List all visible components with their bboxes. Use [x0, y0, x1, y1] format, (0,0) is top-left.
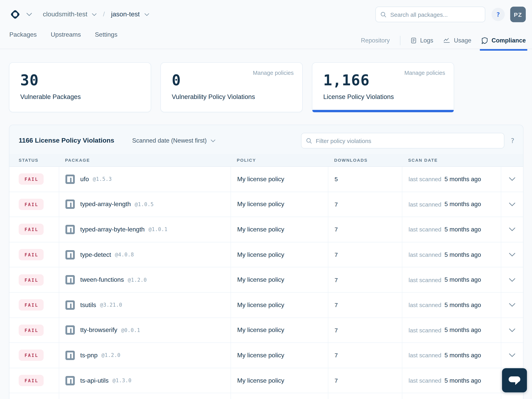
chevron-down-icon[interactable] — [509, 178, 515, 181]
help-button[interactable]: ? — [492, 8, 505, 21]
policy-name: My license policy — [231, 343, 328, 368]
package-name[interactable]: tween-functions — [80, 276, 124, 283]
tab-usage[interactable]: Usage — [443, 33, 471, 47]
tab-compliance[interactable]: Compliance — [481, 33, 526, 47]
package-name[interactable]: tsutils — [80, 302, 96, 309]
chat-widget-button[interactable] — [502, 368, 527, 392]
package-name[interactable]: typed-array-byte-length — [80, 226, 145, 233]
downloads-count: 7 — [328, 217, 402, 242]
org-switcher[interactable] — [9, 9, 32, 20]
downloads-count: 7 — [328, 242, 402, 267]
stat-label: License Policy Violations — [323, 93, 444, 101]
column-header-status: Status — [9, 154, 59, 166]
avatar[interactable]: PZ — [510, 7, 526, 22]
table-row[interactable]: FAIL typed-array-byte-length @1.0.1 My l… — [9, 217, 523, 242]
table-row[interactable]: FAIL tween-functions @1.2.0 My license p… — [9, 268, 523, 293]
search-input[interactable] — [390, 11, 480, 18]
scan-date-prefix: last scanned — [409, 327, 441, 334]
table-row[interactable]: FAIL ufo @1.5.3 My license policy 5 last… — [9, 167, 523, 192]
package-name[interactable]: ufo — [80, 176, 89, 183]
downloads-count: 7 — [328, 192, 402, 217]
scan-date-prefix: last scanned — [409, 352, 441, 359]
status-badge: FAIL — [19, 224, 44, 235]
global-search — [375, 7, 485, 22]
downloads-count: 7 — [328, 318, 402, 342]
scan-date-value: 5 months ago — [444, 377, 481, 384]
chevron-down-icon[interactable] — [509, 253, 515, 256]
status-badge: FAIL — [19, 249, 44, 260]
breadcrumb-org[interactable]: cloudsmith-test — [43, 11, 88, 18]
table-row[interactable]: FAIL type-detect @4.0.8 My license polic… — [9, 242, 523, 268]
tab-logs[interactable]: Logs — [410, 33, 433, 47]
breadcrumb-repo[interactable]: jason-test — [111, 11, 140, 18]
chevron-down-icon[interactable] — [145, 13, 149, 16]
chevron-down-icon[interactable] — [509, 328, 515, 332]
scan-date-prefix: last scanned — [409, 176, 441, 183]
compliance-shield-icon — [481, 37, 488, 44]
package-name[interactable]: ts-pnp — [80, 352, 98, 359]
package-version: @3.21.0 — [100, 302, 122, 308]
logs-icon — [410, 37, 417, 44]
sort-dropdown[interactable]: Scanned date (Newest first) — [132, 137, 215, 144]
search-icon — [380, 12, 386, 17]
package-version: @1.3.0 — [113, 378, 132, 383]
search-icon — [306, 138, 312, 144]
package-name[interactable]: type-detect — [80, 251, 111, 258]
card-license-policy-violations[interactable]: Manage policies 1,166 License Policy Vio… — [312, 62, 454, 112]
policy-name: My license policy — [231, 293, 328, 317]
package-name[interactable]: tty-browserify — [80, 327, 117, 334]
sort-label: Scanned date (Newest first) — [132, 137, 207, 144]
npm-package-icon — [65, 326, 75, 335]
package-name[interactable]: ts-api-utils — [80, 377, 109, 384]
manage-policies-link[interactable]: Manage policies — [404, 70, 445, 76]
scan-date-value: 5 months ago — [444, 251, 481, 258]
manage-policies-link[interactable]: Manage policies — [253, 70, 294, 76]
chevron-down-icon[interactable] — [509, 228, 515, 231]
downloads-count: 7 — [328, 293, 402, 317]
npm-package-icon — [65, 225, 75, 234]
card-vulnerability-policy-violations[interactable]: Manage policies 0 Vulnerability Policy V… — [160, 62, 303, 112]
npm-package-icon — [65, 300, 75, 310]
chevron-down-icon[interactable] — [92, 13, 97, 16]
table-header: Status Package Policy Downloads Scan dat… — [9, 154, 523, 167]
table-row[interactable]: FAIL tty-browserify @0.0.1 My license po… — [9, 318, 523, 343]
chevron-down-icon[interactable] — [509, 354, 515, 357]
tab-label: Logs — [420, 37, 433, 44]
downloads-count: 7 — [328, 268, 402, 292]
policy-name: My license policy — [231, 167, 328, 192]
stat-label: Vulnerability Policy Violations — [172, 93, 293, 101]
chevron-down-icon[interactable] — [509, 278, 515, 282]
table-row[interactable]: FAIL ts-api-utils @1.3.0 My license poli… — [9, 368, 523, 393]
filter-input[interactable] — [316, 137, 499, 144]
scan-date-prefix: last scanned — [409, 226, 441, 233]
package-name[interactable]: typed-array-length — [80, 201, 131, 208]
breadcrumb-separator: / — [103, 11, 105, 18]
npm-package-icon — [65, 275, 75, 284]
chevron-down-icon[interactable] — [509, 303, 515, 307]
table-row[interactable]: FAIL tsutils @3.21.0 My license policy 7… — [9, 293, 523, 318]
table-row[interactable]: FAIL tsconfig-paths @3.15.0 My license p… — [9, 393, 523, 399]
top-bar: cloudsmith-test / jason-test ? PZ — [0, 0, 532, 29]
package-version: @1.0.5 — [135, 201, 154, 207]
scan-date-value: 5 months ago — [444, 302, 481, 309]
tab-settings[interactable]: Settings — [95, 31, 117, 38]
table-body: FAIL ufo @1.5.3 My license policy 5 last… — [9, 167, 523, 399]
stat-label: Vulnerable Packages — [20, 93, 141, 101]
cloudsmith-logo-icon — [9, 9, 21, 20]
table-row[interactable]: FAIL ts-pnp @1.2.0 My license policy 7 l… — [9, 343, 523, 368]
panel-help-button[interactable]: ? — [511, 137, 515, 145]
chevron-down-icon[interactable] — [509, 203, 515, 206]
chat-bubble-icon — [507, 375, 521, 385]
scan-date-prefix: last scanned — [409, 251, 441, 258]
card-vulnerable-packages[interactable]: 30 Vulnerable Packages — [9, 62, 151, 112]
repo-nav: Packages Upstreams Settings Repository L… — [0, 29, 532, 49]
scan-date-prefix: last scanned — [409, 377, 441, 384]
table-row[interactable]: FAIL typed-array-length @1.0.5 My licens… — [9, 192, 523, 217]
policy-name: My license policy — [231, 368, 328, 393]
tab-upstreams[interactable]: Upstreams — [51, 31, 81, 38]
tab-packages[interactable]: Packages — [9, 31, 37, 38]
filter-box — [301, 133, 504, 148]
policy-name: My license policy — [231, 242, 328, 267]
scan-date-value: 5 months ago — [444, 176, 481, 183]
scan-date-value: 5 months ago — [444, 352, 481, 359]
